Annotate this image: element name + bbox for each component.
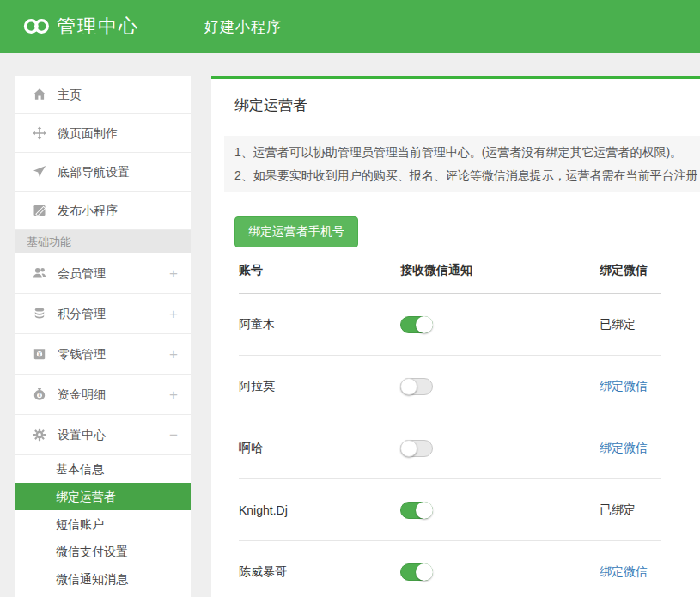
gear-icon — [33, 428, 46, 442]
sidebar-item[interactable]: 发布小程序 — [15, 192, 191, 230]
sidebar-item[interactable]: ¥零钱管理+ — [15, 334, 191, 375]
sidebar-subitem[interactable]: 基本信息 — [15, 455, 191, 483]
bind-operator-phone-button[interactable]: 绑定运营者手机号 — [234, 216, 358, 247]
sidebar-subitem[interactable]: 微信通知消息 — [15, 565, 191, 593]
sidebar-item-label: 微页面制作 — [58, 126, 118, 140]
sidebar-subitem[interactable]: 短信账户 — [15, 510, 191, 538]
sidebar-item-label: 积分管理 — [58, 307, 106, 320]
toggle-knob — [416, 502, 433, 519]
moneybag-icon: ¥ — [33, 387, 46, 401]
home-icon — [33, 88, 46, 101]
sidebar: 主页微页面制作底部导航设置发布小程序 基础功能 会员管理+积分管理+¥零钱管理+… — [15, 76, 191, 597]
account-name: 阿拉莫 — [239, 379, 400, 394]
plus-icon[interactable]: + — [169, 294, 178, 334]
table-row: 阿童木已绑定 — [239, 294, 661, 356]
toggle-knob — [416, 316, 433, 333]
sidebar-section-label: 基础功能 — [15, 230, 191, 253]
column-header: 绑定微信 — [600, 263, 661, 278]
page-title: 绑定运营者 — [211, 79, 700, 131]
account-name: 陈威暴哥 — [239, 564, 400, 580]
sidebar-subitem[interactable]: 绑定运营者 — [15, 483, 191, 510]
table-row: 啊哈绑定微信 — [239, 417, 661, 479]
wechat-notify-toggle[interactable] — [400, 502, 433, 519]
wechat-notify-toggle[interactable] — [400, 316, 433, 333]
toggle-knob — [400, 440, 417, 457]
plus-icon[interactable]: + — [169, 253, 178, 294]
sidebar-item-label: 会员管理 — [58, 266, 106, 280]
toggle-knob — [416, 563, 433, 581]
account-name: 啊哈 — [239, 441, 400, 456]
notice-line: 1、运营者可以协助管理员管理当前管理中心。(运营者没有绑定其它运营者的权限)。 — [234, 141, 700, 164]
bind-wechat-link[interactable]: 绑定微信 — [600, 564, 648, 578]
sidebar-item-label: 资金明细 — [58, 387, 106, 401]
plus-icon[interactable]: + — [169, 334, 178, 375]
wallet-icon: ¥ — [33, 347, 46, 361]
sidebar-item-label: 发布小程序 — [58, 204, 118, 217]
sidebar-item-label: 设置中心 — [58, 428, 106, 442]
table-header-row: 账号接收微信通知绑定微信 — [239, 247, 661, 294]
sidebar-item-label: 主页 — [58, 88, 82, 101]
column-header: 接收微信通知 — [400, 263, 600, 278]
sidebar-item[interactable]: ¥资金明细+ — [15, 375, 191, 415]
sidebar-item[interactable]: 微页面制作 — [15, 114, 191, 153]
wechat-notify-toggle[interactable] — [400, 563, 433, 581]
sidebar-item[interactable]: 设置中心− — [15, 415, 191, 455]
plus-icon[interactable]: + — [169, 375, 178, 415]
column-header: 账号 — [239, 263, 400, 278]
notice-box: 1、运营者可以协助管理员管理当前管理中心。(运营者没有绑定其它运营者的权限)。2… — [224, 136, 700, 192]
wechat-notify-toggle[interactable] — [400, 440, 433, 457]
move-icon — [33, 126, 46, 140]
account-name: Knight.Dj — [239, 503, 400, 517]
table-body: 阿童木已绑定阿拉莫绑定微信啊哈绑定微信Knight.Dj已绑定陈威暴哥绑定微信 — [239, 294, 661, 597]
bind-status: 已绑定 — [600, 503, 636, 516]
table-row: Knight.Dj已绑定 — [239, 479, 661, 541]
top-header-bar: 管理中心 好建小程序 — [0, 0, 700, 53]
sidebar-item-label: 底部导航设置 — [58, 165, 130, 179]
minus-icon[interactable]: − — [169, 415, 178, 455]
content-panel: 绑定运营者 1、运营者可以协助管理员管理当前管理中心。(运营者没有绑定其它运营者… — [211, 76, 700, 597]
app-name: 好建小程序 — [204, 0, 282, 53]
table-row: 陈威暴哥绑定微信 — [239, 541, 661, 597]
users-icon — [33, 266, 46, 280]
sidebar-submenu: 基本信息绑定运营者短信账户微信支付设置微信通知消息 — [15, 455, 191, 593]
brand-logo-icon — [22, 14, 52, 40]
sidebar-subitem[interactable]: 微信支付设置 — [15, 538, 191, 565]
operators-table: 账号接收微信通知绑定微信 阿童木已绑定阿拉莫绑定微信啊哈绑定微信Knight.D… — [239, 247, 661, 597]
brand-title: 管理中心 — [57, 0, 139, 53]
coins-icon — [33, 307, 46, 320]
sidebar-item-label: 零钱管理 — [58, 347, 106, 361]
edit-icon — [33, 204, 46, 217]
notice-line: 2、如果要实时收到用户的购买、报名、评论等微信消息提示，运营者需在当前平台注册 — [234, 164, 700, 187]
sidebar-nav-main: 主页微页面制作底部导航设置发布小程序 — [15, 76, 191, 230]
sidebar-item[interactable]: 积分管理+ — [15, 294, 191, 334]
sidebar-item[interactable]: 底部导航设置 — [15, 153, 191, 192]
sidebar-nav-expandable: 会员管理+积分管理+¥零钱管理+¥资金明细+设置中心− — [15, 253, 191, 455]
sidebar-item[interactable]: 会员管理+ — [15, 253, 191, 294]
bind-wechat-link[interactable]: 绑定微信 — [600, 379, 648, 393]
navigation-icon — [33, 165, 46, 179]
wechat-notify-toggle[interactable] — [400, 378, 433, 395]
toggle-knob — [400, 378, 417, 395]
table-row: 阿拉莫绑定微信 — [239, 356, 661, 417]
sidebar-item[interactable]: 主页 — [15, 76, 191, 114]
account-name: 阿童木 — [239, 317, 400, 332]
bind-wechat-link[interactable]: 绑定微信 — [600, 441, 648, 454]
bind-status: 已绑定 — [600, 317, 636, 331]
